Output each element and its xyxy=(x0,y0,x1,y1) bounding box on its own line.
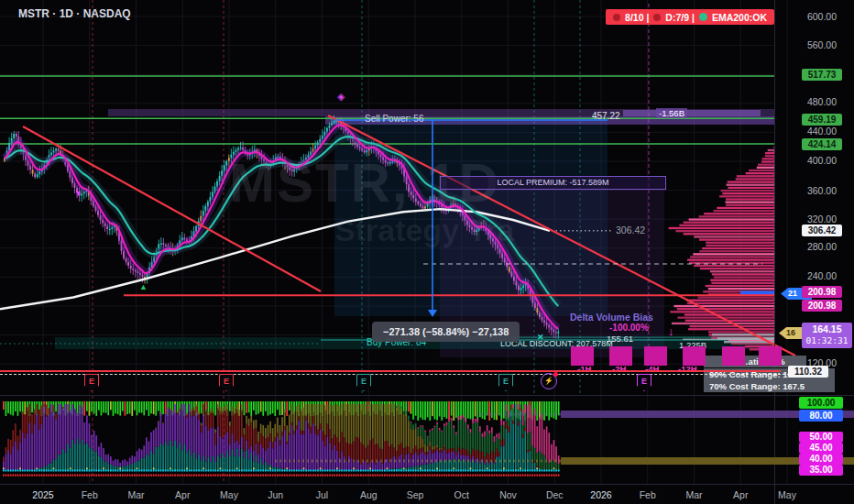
time-axis-label[interactable]: Jun xyxy=(268,489,283,500)
highlight-box xyxy=(609,346,632,366)
alert-red-dot-icon xyxy=(553,372,558,377)
symbol-title[interactable]: MSTR · 1D · NASDAQ xyxy=(18,7,131,20)
time-axis-label[interactable]: Oct xyxy=(454,489,469,500)
pane2-badge-80: 80.00 xyxy=(799,410,843,422)
pane2-level-badge: 50.00 xyxy=(799,432,843,443)
base-red-line xyxy=(0,370,781,372)
last-price: 164.15 xyxy=(802,323,852,335)
axis-price-label: 400.00 xyxy=(799,155,845,166)
negative-volume-label: -1.56B xyxy=(656,108,687,118)
axis-price-label: 440.00 xyxy=(799,126,845,137)
diamond-marker-icon: ◈ xyxy=(337,91,345,103)
alert-dot-icon xyxy=(613,14,620,21)
start-price-label: 457.22 xyxy=(592,111,620,121)
time-axis-label[interactable]: Mar xyxy=(685,489,702,500)
axis-price-label: 480.00 xyxy=(799,96,845,107)
alert-score: 8/10 | xyxy=(625,12,649,23)
highlight-box xyxy=(759,346,782,366)
time-axis-label[interactable]: May xyxy=(220,489,238,500)
axis-price-label: 600.00 xyxy=(799,11,845,22)
measure-tooltip[interactable]: −271.38 (−58.84%) −27,138 xyxy=(372,322,520,342)
countdown-timer: 01:32:31 xyxy=(802,335,852,346)
highlight-box xyxy=(683,346,706,366)
sell-signal-triangle-icon: ▼ xyxy=(74,189,82,198)
pane2-level-badge: 40.00 xyxy=(799,454,843,465)
last-price-badge: 164.15 01:32:31 xyxy=(802,323,852,348)
pane2-badge-100: 100.00 xyxy=(799,397,843,409)
level-price-badge: 200.98 xyxy=(802,300,842,312)
down-arrow-icon: ↓ xyxy=(668,324,674,338)
highlight-box xyxy=(644,346,667,366)
time-axis-label[interactable]: Aug xyxy=(360,489,378,500)
time-axis-label[interactable]: Feb xyxy=(640,489,656,500)
alert-daily-score: D:7/9 | xyxy=(665,12,695,23)
ema200-value-label: 306.42 xyxy=(616,225,645,236)
alert-price-badge: 517.73 xyxy=(802,69,842,81)
price-chart-canvas[interactable] xyxy=(0,0,854,504)
time-axis-label[interactable]: Mar xyxy=(127,489,144,500)
time-axis-label[interactable]: Nov xyxy=(499,489,517,500)
pane2-level-badge: 35.00 xyxy=(799,465,843,476)
delta-volume-bias-title: Delta Volume Bias xyxy=(570,312,653,323)
delta-volume-bias-pct: -100.00% xyxy=(609,323,649,333)
axis-price-label: 560.00 xyxy=(799,39,845,50)
axis-price-label: 280.00 xyxy=(799,241,845,252)
pane2-level-badge: 45.00 xyxy=(799,443,843,454)
ema-ok-dot-icon xyxy=(699,13,707,21)
time-axis-label[interactable]: Apr xyxy=(733,489,748,500)
low-price-badge: 110.32 xyxy=(788,366,828,378)
lightning-icon: ⚡ xyxy=(544,377,553,385)
spin-alert-icon[interactable]: ⚡ xyxy=(541,373,557,389)
watermark-subtitle: Strategy Tra xyxy=(334,213,515,248)
time-axis-label[interactable]: Feb xyxy=(82,489,98,500)
trading-chart-window: MSTR, 1D Strategy Tra MSTR · 1D · NASDAQ… xyxy=(0,0,854,504)
time-axis-label[interactable]: Dec xyxy=(546,489,564,500)
cost-range-70: 70% Cost Range: 167.5 xyxy=(709,380,835,392)
alert-price-badge: 459.19 xyxy=(802,114,842,126)
highlight-box xyxy=(722,346,745,366)
alert-status-badge[interactable]: 8/10 | D:7/9 | EMA200:OK xyxy=(606,9,774,25)
axis-price-label: 320.00 xyxy=(799,214,845,225)
time-axis-label[interactable]: 2026 xyxy=(590,489,611,500)
base-dashed-line xyxy=(0,374,790,375)
buy-signal-triangle-icon: ▲ xyxy=(139,282,148,291)
time-axis-label[interactable]: Jul xyxy=(316,489,328,500)
level-price-badge: 200.98 xyxy=(802,286,842,298)
ema-status: EMA200:OK xyxy=(712,12,767,23)
time-axis-label[interactable]: Sep xyxy=(407,489,424,500)
time-axis-label[interactable]: Apr xyxy=(175,489,190,500)
time-axis-label[interactable]: 2025 xyxy=(32,489,53,500)
axis-price-label: 360.00 xyxy=(799,185,845,196)
local-premium-box[interactable]: LOCAL PREMIUM: -517.589M xyxy=(440,176,666,190)
sell-power-label: Sell Power: 56 xyxy=(365,114,423,124)
alert-price-badge: 424.14 xyxy=(802,138,842,150)
alert-dot-icon xyxy=(653,14,661,21)
axis-price-label: 240.00 xyxy=(799,270,845,281)
price-badge: 306.42 xyxy=(802,225,842,236)
highlight-box xyxy=(571,346,594,366)
time-axis-label[interactable]: May xyxy=(778,489,796,500)
